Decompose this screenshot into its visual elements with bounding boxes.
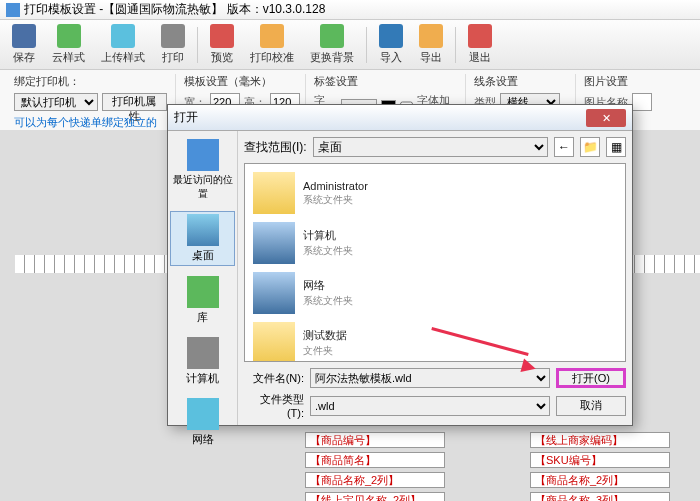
- cancel-button[interactable]: 取消: [556, 396, 626, 416]
- calibrate-button[interactable]: 打印校准: [242, 22, 302, 67]
- save-icon: [12, 24, 36, 48]
- field-online-item-name[interactable]: 【线上宝贝名称_2列】: [305, 492, 445, 501]
- open-button[interactable]: 打开(O): [556, 368, 626, 388]
- preview-icon: [210, 24, 234, 48]
- field-product-code[interactable]: 【商品编号】: [305, 432, 445, 448]
- library-icon: [187, 276, 219, 308]
- file-name: Administrator: [303, 180, 368, 192]
- dialog-titlebar[interactable]: 打开 ✕: [168, 105, 632, 131]
- print-icon: [161, 24, 185, 48]
- field-product-name-2col-a[interactable]: 【商品名称_2列】: [305, 472, 445, 488]
- view-button[interactable]: ▦: [606, 137, 626, 157]
- print-button[interactable]: 打印: [153, 22, 193, 67]
- toolbar: 保存 云样式 上传样式 打印 预览 打印校准 更换背景 导入 导出 退出: [0, 20, 700, 70]
- upload-style-button[interactable]: 上传样式: [93, 22, 153, 67]
- printer-prop-button[interactable]: 打印机属性: [102, 93, 167, 111]
- nav-recent[interactable]: 最近访问的位置: [170, 137, 235, 203]
- file-item[interactable]: 测试数据 文件夹: [249, 318, 621, 362]
- lookin-select[interactable]: 桌面: [313, 137, 548, 157]
- filetype-label: 文件类型(T):: [244, 392, 304, 419]
- file-meta: 系统文件夹: [303, 244, 353, 258]
- nav-desktop[interactable]: 桌面: [170, 211, 235, 266]
- change-bg-button[interactable]: 更换背景: [302, 22, 362, 67]
- up-button[interactable]: 📁: [580, 137, 600, 157]
- close-button[interactable]: ✕: [586, 109, 626, 127]
- filename-label: 文件名(N):: [244, 371, 304, 386]
- titlebar: 打印模板设置 -【圆通国际物流热敏】 版本：v10.3.0.128: [0, 0, 700, 20]
- image-title: 图片设置: [584, 74, 652, 89]
- preview-button[interactable]: 预览: [202, 22, 242, 67]
- exit-icon: [468, 24, 492, 48]
- nav-computer[interactable]: 计算机: [170, 335, 235, 388]
- dialog-nav: 最近访问的位置 桌面 库 计算机 网络: [168, 131, 238, 425]
- field-product-name-2col-b[interactable]: 【商品名称_2列】: [530, 472, 670, 488]
- file-name: 计算机: [303, 228, 353, 243]
- printer-title: 绑定打印机：: [14, 74, 167, 89]
- cloud-icon: [57, 24, 81, 48]
- network-icon: [187, 398, 219, 430]
- file-meta: 文件夹: [303, 344, 347, 358]
- export-icon: [419, 24, 443, 48]
- bg-icon: [320, 24, 344, 48]
- cloud-style-button[interactable]: 云样式: [44, 22, 93, 67]
- template-title: 模板设置（毫米）: [184, 74, 297, 89]
- separator: [455, 27, 456, 63]
- field-sku-code[interactable]: 【SKU编号】: [530, 452, 670, 468]
- calibrate-icon: [260, 24, 284, 48]
- filetype-select[interactable]: .wld: [310, 396, 550, 416]
- separator: [197, 27, 198, 63]
- field-product-name-3col[interactable]: 【商品名称_3列】: [530, 492, 670, 501]
- save-button[interactable]: 保存: [4, 22, 44, 67]
- printer-select[interactable]: 默认打印机: [14, 93, 98, 111]
- label-title: 标签设置: [314, 74, 457, 89]
- file-item[interactable]: 网络 系统文件夹: [249, 268, 621, 318]
- separator: [366, 27, 367, 63]
- recent-icon: [187, 139, 219, 171]
- open-dialog: 打开 ✕ 最近访问的位置 桌面 库 计算机 网络 查找范围(I): 桌面 ← 📁…: [167, 104, 633, 426]
- file-meta: 系统文件夹: [303, 294, 353, 308]
- nav-library[interactable]: 库: [170, 274, 235, 327]
- exit-button[interactable]: 退出: [460, 22, 500, 67]
- lookin-label: 查找范围(I):: [244, 139, 307, 156]
- filename-input[interactable]: 阿尔法热敏模板.wld: [310, 368, 550, 388]
- field-product-short-name[interactable]: 【商品简名】: [305, 452, 445, 468]
- dialog-title: 打开: [174, 109, 198, 126]
- folder-icon: [253, 172, 295, 214]
- monitor-icon: [253, 272, 295, 314]
- nav-network[interactable]: 网络: [170, 396, 235, 449]
- file-item[interactable]: Administrator 系统文件夹: [249, 168, 621, 218]
- line-title: 线条设置: [474, 74, 567, 89]
- app-icon: [6, 3, 20, 17]
- desktop-icon: [187, 214, 219, 246]
- monitor-icon: [253, 222, 295, 264]
- file-item[interactable]: 计算机 系统文件夹: [249, 218, 621, 268]
- back-button[interactable]: ←: [554, 137, 574, 157]
- export-button[interactable]: 导出: [411, 22, 451, 67]
- import-button[interactable]: 导入: [371, 22, 411, 67]
- folder-icon: [253, 322, 295, 362]
- titlebar-text: 打印模板设置 -【圆通国际物流热敏】 版本：v10.3.0.128: [24, 1, 325, 18]
- file-meta: 系统文件夹: [303, 193, 368, 207]
- field-online-merchant-code[interactable]: 【线上商家编码】: [530, 432, 670, 448]
- image-name-input[interactable]: [632, 93, 652, 111]
- import-icon: [379, 24, 403, 48]
- computer-icon: [187, 337, 219, 369]
- file-list[interactable]: Administrator 系统文件夹 计算机 系统文件夹 网络 系统文件夹 测…: [244, 163, 626, 362]
- upload-icon: [111, 24, 135, 48]
- file-name: 网络: [303, 278, 353, 293]
- file-name: 测试数据: [303, 328, 347, 343]
